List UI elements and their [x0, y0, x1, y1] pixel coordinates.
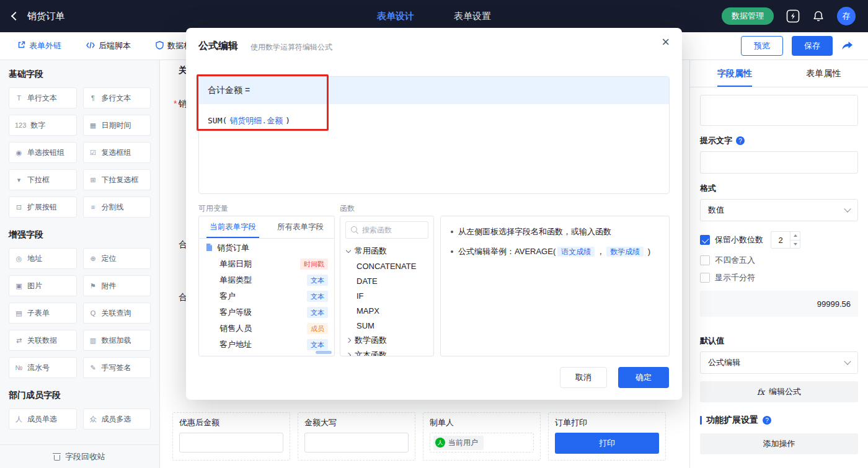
help-icon[interactable]: ? [736, 136, 745, 145]
field-chip[interactable]: Q 关联查询 [83, 302, 151, 324]
formula-target: 合计金额 = [199, 77, 669, 104]
scrollbar-thumb[interactable] [316, 351, 332, 354]
formula-expression[interactable]: SUM(销货明细.金额) [199, 104, 669, 138]
field-chip[interactable]: 人 成员单选 [9, 408, 77, 430]
amount-in-words-field[interactable]: 金额大写 [298, 412, 415, 461]
print-button[interactable]: 打印 [555, 433, 659, 454]
field-chip[interactable]: ✎ 手写签名 [83, 357, 151, 378]
field-chip[interactable]: ⚑ 附件 [83, 275, 151, 296]
thousands-separator-label: 显示千分符 [715, 272, 755, 283]
variable-row[interactable]: 销售人员 成员 [199, 320, 334, 337]
discount-amount-field[interactable]: 优惠后金额 [172, 412, 290, 461]
function-group-text[interactable]: 文本函数 [340, 348, 433, 356]
field-chip[interactable]: ¶ 多行文本 [83, 87, 151, 108]
function-item[interactable]: MAPX [340, 303, 433, 318]
field-recycle-bin[interactable]: 字段回收站 [0, 444, 159, 468]
variable-row[interactable]: 单据日期 时间戳 [199, 256, 334, 272]
backend-script-item[interactable]: 后端脚本 [86, 40, 131, 51]
decimal-places-checkbox[interactable] [700, 235, 710, 245]
hint-text-label: 提示文字 ? [700, 135, 858, 146]
tab-form-properties[interactable]: 表单属性 [779, 60, 868, 87]
share-icon[interactable] [841, 41, 853, 51]
decimal-places-stepper[interactable]: 2 [771, 231, 800, 249]
page-title: 销货订单 [27, 11, 64, 22]
confirm-button[interactable]: 确定 [618, 367, 669, 388]
function-search-input[interactable] [362, 226, 423, 234]
bell-icon[interactable] [812, 10, 825, 22]
variable-row[interactable]: 客户等级 文本 [199, 304, 334, 320]
function-item[interactable]: DATE [340, 273, 433, 288]
format-select[interactable]: 数值 [700, 199, 858, 221]
extension-settings-header: 功能扩展设置 ? [700, 415, 858, 426]
field-chip[interactable]: 众 成员多选 [83, 408, 151, 430]
preview-button[interactable]: 预览 [741, 36, 783, 56]
variable-row[interactable]: 客户地址 文本 [199, 337, 334, 353]
creator-field[interactable]: 制单人 人 当前用户 [423, 412, 541, 461]
field-chip[interactable]: T 单行文本 [9, 87, 77, 108]
field-chip[interactable]: № 流水号 [9, 357, 77, 378]
tab-field-properties[interactable]: 字段属性 [690, 60, 779, 87]
stepper-up-button[interactable] [790, 232, 800, 240]
back-button[interactable] [11, 12, 20, 20]
field-chip[interactable]: ☑ 复选框组 [83, 142, 151, 163]
function-group-math[interactable]: 数学函数 [340, 333, 433, 348]
stepper-down-button[interactable] [790, 240, 800, 249]
field-chip[interactable]: ▣ 图片 [9, 275, 77, 296]
add-action-button[interactable]: 添加操作 [700, 433, 858, 454]
field-chip[interactable]: ⊕ 定位 [83, 248, 151, 269]
amount-in-words-input[interactable] [304, 433, 409, 453]
field-chip[interactable]: ▥ 数据加载 [83, 330, 151, 351]
function-search-box[interactable] [345, 221, 428, 239]
tab-form-design[interactable]: 表单设计 [377, 11, 414, 22]
default-value-select[interactable]: 公式编辑 [700, 351, 858, 374]
field-chip[interactable]: 123 数字 [9, 115, 77, 136]
field-type-icon: ⚑ [89, 282, 97, 290]
fx-icon: fx [757, 387, 764, 397]
save-button[interactable]: 保存 [792, 36, 833, 56]
tab-form-settings[interactable]: 表单设置 [454, 11, 491, 22]
field-chip[interactable]: ⇄ 关联数据 [9, 330, 77, 351]
palette-grid-basic: T 单行文本 ¶ 多行文本 123 数字 ▦ [9, 87, 151, 218]
function-item[interactable]: SUM [340, 318, 433, 333]
code-icon [86, 42, 95, 51]
variable-type-tag: 时间戳 [300, 258, 328, 270]
function-group-common[interactable]: 常用函数 [340, 244, 433, 258]
tab-current-form-fields[interactable]: 当前表单字段 [199, 216, 267, 238]
variable-row[interactable]: 客户 文本 [199, 288, 334, 304]
field-chip[interactable]: ⊡ 扩展按钮 [9, 196, 77, 218]
tab-all-form-fields[interactable]: 所有表单字段 [267, 216, 334, 238]
variable-row[interactable]: 单据类型 文本 [199, 272, 334, 288]
variable-type-tag: 文本 [307, 291, 328, 302]
app-center-icon[interactable] [786, 9, 800, 23]
form-tree-root[interactable]: 销货订单 [199, 240, 334, 256]
field-chip[interactable]: ◎ 地址 [9, 248, 77, 269]
no-rounding-checkbox[interactable] [700, 255, 710, 265]
field-chip[interactable]: ▤ 子表单 [9, 302, 77, 324]
discount-amount-input[interactable] [179, 433, 283, 453]
formula-editor[interactable]: 合计金额 = SUM(销货明细.金额) [198, 76, 670, 194]
function-item[interactable]: IF [340, 288, 433, 303]
form-external-link-item[interactable]: 表单外链 [17, 40, 61, 51]
formula-field-token[interactable]: 销货明细.金额 [229, 116, 283, 125]
field-chip[interactable]: ⊞ 下拉复选框 [83, 169, 151, 190]
field-description-box[interactable] [700, 95, 858, 126]
order-print-field[interactable]: 订单打印 打印 [548, 412, 666, 461]
field-chip[interactable]: ▦ 日期时间 [83, 115, 151, 136]
field-type-icon: ▤ [15, 309, 23, 317]
field-chip[interactable]: ▾ 下拉框 [9, 169, 77, 190]
thousands-separator-checkbox[interactable] [700, 273, 710, 283]
avatar[interactable]: 存 [837, 7, 856, 25]
cancel-button[interactable]: 取消 [560, 367, 607, 388]
creator-input[interactable]: 人 当前用户 [430, 433, 534, 453]
help-icon[interactable]: ? [763, 416, 771, 425]
close-icon[interactable]: × [662, 35, 670, 49]
edit-formula-button[interactable]: fx 编辑公式 [700, 381, 858, 402]
chevron-right-icon [346, 353, 351, 356]
field-type-icon: ▣ [15, 282, 23, 290]
formula-close-paren: ) [285, 116, 290, 125]
field-chip[interactable]: ◉ 单选按钮组 [9, 142, 77, 163]
field-chip[interactable]: ≡ 分割线 [83, 196, 151, 218]
data-manage-button[interactable]: 数据管理 [722, 7, 774, 25]
function-item[interactable]: CONCATENATE [340, 258, 433, 273]
hint-text-input[interactable] [700, 151, 858, 174]
